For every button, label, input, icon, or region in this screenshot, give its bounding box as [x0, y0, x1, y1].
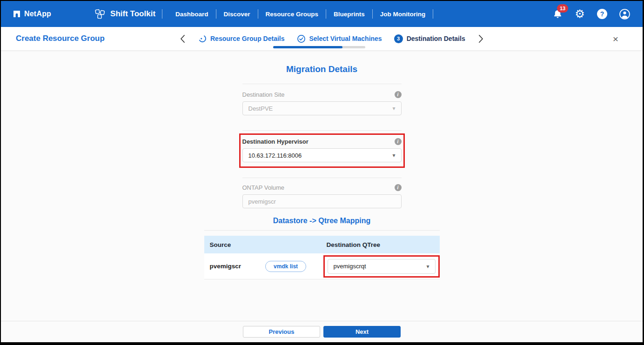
nav-item-resource-groups[interactable]: Resource Groups [265, 11, 319, 18]
step-label: Resource Group Details [210, 35, 285, 42]
select-value: pvemigscrqt [334, 263, 366, 270]
table-row: pvemigscr vmdk list pvemigscrqt ▾ [204, 253, 440, 279]
field-label: Destination Site [242, 91, 285, 98]
destination-qtree-select[interactable]: pvemigscrqt ▾ [328, 259, 436, 274]
nav-item-discover[interactable]: Discover [223, 11, 251, 18]
section-title: Migration Details [1, 64, 643, 74]
field-label: Destination Hypervisor [242, 138, 309, 145]
stepper-chevron-right-icon[interactable] [477, 34, 484, 43]
netapp-logo: NetApp [13, 10, 51, 18]
previous-button[interactable]: Previous [243, 326, 320, 338]
nav-divider [326, 9, 326, 19]
input-value: pvemigscr [248, 198, 276, 205]
field-ontap-volume: ONTAP Volume i pvemigscr [242, 184, 402, 208]
nav-divider [258, 9, 258, 19]
nav-divider [216, 9, 216, 19]
help-icon[interactable]: ? [596, 8, 608, 20]
info-icon[interactable]: i [395, 138, 402, 145]
step-resource-group-details[interactable]: Resource Group Details [198, 34, 285, 43]
chevron-down-icon: ▾ [426, 263, 429, 270]
user-avatar-icon[interactable] [618, 8, 631, 20]
datastore-qtree-table: Source Destination QTree pvemigscr vmdk … [204, 236, 440, 279]
divider [242, 130, 402, 131]
nav-item-dashboard[interactable]: Dashboard [174, 11, 209, 18]
navbar-actions: 13 ⚙ ? [551, 8, 631, 20]
wizard-stepper: Resource Group Details Select Virtual Ma… [179, 34, 484, 43]
notification-badge: 13 [557, 4, 568, 13]
field-destination-hypervisor: Destination Hypervisor i 10.63.172.116:8… [242, 138, 402, 162]
select-value: DestPVE [248, 105, 273, 112]
step-number-badge: 3 [394, 34, 403, 43]
nav-item-job-monitoring[interactable]: Job Monitoring [379, 11, 426, 18]
column-header-source: Source [204, 241, 327, 248]
step-label: Destination Details [407, 35, 465, 42]
annotation-box-destination-hypervisor: Destination Hypervisor i 10.63.172.116:8… [239, 133, 405, 168]
settings-gear-icon[interactable]: ⚙ [574, 8, 586, 20]
app-window: NetApp Shift Toolkit Dashboard Discover … [0, 0, 644, 345]
destination-hypervisor-select[interactable]: 10.63.172.116:8006 ▾ [242, 148, 402, 162]
close-icon[interactable]: × [613, 34, 618, 44]
divider [204, 230, 440, 231]
nav-divider [433, 9, 433, 19]
chevron-down-icon: ▾ [392, 105, 395, 112]
wizard-content: Migration Details Destination Site i Des… [1, 50, 643, 342]
nav-item-blueprints[interactable]: Blueprints [333, 11, 366, 18]
field-label: ONTAP Volume [242, 184, 285, 191]
stepper-chevron-left-icon[interactable] [179, 34, 186, 43]
page-title: Create Resource Group [16, 34, 105, 43]
step-label: Select Virtual Machines [309, 35, 382, 42]
shift-toolkit-icon [94, 8, 106, 20]
column-header-destination-qtree: Destination QTree [327, 241, 381, 248]
source-cell: pvemigscr vmdk list [204, 261, 323, 272]
app-title-text: Shift Toolkit [110, 9, 155, 19]
info-icon[interactable]: i [395, 184, 402, 191]
mapping-title: Datastore -> Qtree Mapping [1, 217, 643, 225]
source-datastore-name: pvemigscr [210, 263, 242, 270]
annotation-box-destination-qtree: pvemigscrqt ▾ [323, 255, 440, 278]
top-navbar: NetApp Shift Toolkit Dashboard Discover … [1, 1, 643, 27]
next-button[interactable]: Next [323, 326, 401, 338]
app-title: Shift Toolkit [94, 8, 155, 20]
vmdk-list-button[interactable]: vmdk list [265, 261, 306, 272]
field-destination-site: Destination Site i DestPVE ▾ [242, 91, 402, 115]
step-select-virtual-machines[interactable]: Select Virtual Machines [297, 34, 382, 43]
wizard-footer: Previous Next [1, 321, 643, 342]
destination-site-select: DestPVE ▾ [242, 101, 402, 115]
brand-text: NetApp [24, 10, 51, 18]
stepper-progress-bar [273, 46, 365, 48]
netapp-mark-icon [13, 10, 20, 18]
divider [242, 178, 402, 178]
nav-divider [162, 9, 162, 19]
table-header-row: Source Destination QTree [204, 236, 440, 253]
step-check-circle-icon [297, 34, 306, 43]
select-value: 10.63.172.116:8006 [248, 152, 302, 159]
nav-menu: Dashboard Discover Resource Groups Bluep… [174, 9, 440, 19]
divider [242, 84, 402, 84]
step-in-progress-icon [198, 34, 207, 43]
notifications-bell-icon[interactable]: 13 [551, 8, 564, 20]
ontap-volume-input: pvemigscr [242, 194, 402, 208]
chevron-down-icon: ▾ [392, 152, 395, 159]
nav-divider [372, 9, 373, 19]
info-icon[interactable]: i [395, 91, 402, 98]
step-destination-details[interactable]: 3 Destination Details [394, 34, 465, 43]
stepper-progress-fill [273, 46, 342, 48]
